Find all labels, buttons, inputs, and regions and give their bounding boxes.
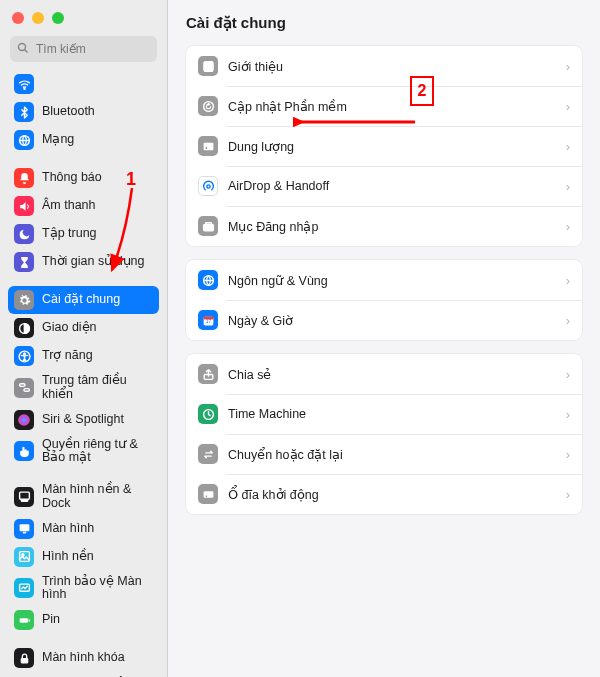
sidebar-item-label: Hình nền <box>42 550 153 564</box>
close-window-button[interactable] <box>12 12 24 24</box>
sidebar-item-bluetooth[interactable]: Bluetooth <box>8 98 159 126</box>
svg-point-36 <box>205 495 206 496</box>
sidebar-item-label: Thông báo <box>42 171 153 185</box>
settings-row-gi-i-thi-u[interactable]: Giới thiệu› <box>186 46 582 86</box>
sidebar-item-item-0[interactable] <box>8 70 159 98</box>
settings-row-label: Chia sẻ <box>228 367 556 382</box>
settings-row-label: AirDrop & Handoff <box>228 179 556 193</box>
sidebar-item-label: Trung tâm điều khiển <box>42 374 153 402</box>
search-input[interactable] <box>10 36 157 62</box>
switches-icon <box>14 378 34 398</box>
sidebar-item-label: Mạng <box>42 133 153 147</box>
moon-icon <box>14 224 34 244</box>
startup-icon <box>198 484 218 504</box>
settings-group-2: Chia sẻ›Time Machine›Chuyển hoặc đặt lại… <box>186 354 582 514</box>
settings-row-label: Cập nhật Phần mềm <box>228 99 556 114</box>
chevron-right-icon: › <box>566 487 570 502</box>
svg-rect-19 <box>20 657 28 662</box>
settings-row-ng-n-ng-v-ng[interactable]: Ngôn ngữ & Vùng› <box>186 260 582 300</box>
svg-rect-10 <box>19 492 29 499</box>
chevron-right-icon: › <box>566 99 570 114</box>
settings-row-airdrop-handoff[interactable]: AirDrop & Handoff› <box>186 166 582 206</box>
chevron-right-icon: › <box>566 447 570 462</box>
sidebar-item-th-ng-b-o[interactable]: Thông báo <box>8 164 159 192</box>
sidebar-item--m-thanh[interactable]: Âm thanh <box>8 192 159 220</box>
fullscreen-window-button[interactable] <box>52 12 64 24</box>
sidebar-item-giao-di-n[interactable]: Giao diện <box>8 314 159 342</box>
sidebar-item-label: Cài đặt chung <box>42 293 153 307</box>
settings-row-c-p-nh-t-ph-n-m-m[interactable]: Cập nhật Phần mềm› <box>186 86 582 126</box>
sidebar-item-th-i-gian-s-d-ng[interactable]: Thời gian sử dụng <box>8 248 159 276</box>
sidebar-item-label: Quyền riêng tư & Bảo mật <box>42 438 153 466</box>
sidebar-item-quy-n-ri-ng-t-b-o-m-t[interactable]: Quyền riêng tư & Bảo mật <box>8 434 159 470</box>
hourglass-icon <box>14 252 34 272</box>
sidebar-item-m-n-h-nh-kh-a[interactable]: Màn hình khóa <box>8 644 159 672</box>
main-pane: Cài đặt chung Giới thiệu›Cập nhật Phần m… <box>168 0 600 677</box>
chevron-right-icon: › <box>566 367 570 382</box>
svg-text:17: 17 <box>205 319 211 324</box>
svg-point-0 <box>19 44 26 51</box>
sidebar-item-m-n-h-nh-n-n-dock[interactable]: Màn hình nền & Dock <box>8 479 159 515</box>
svg-rect-12 <box>19 524 29 531</box>
svg-point-27 <box>206 184 209 187</box>
battery-icon <box>14 610 34 630</box>
settings-row-time-machine[interactable]: Time Machine› <box>186 394 582 434</box>
bluetooth-icon <box>14 102 34 122</box>
svg-rect-7 <box>19 384 24 387</box>
sidebar-item-m-ng[interactable]: Mạng <box>8 126 159 154</box>
settings-row-chuy-n-ho-c-t-l-i[interactable]: Chuyển hoặc đặt lại› <box>186 434 582 474</box>
svg-point-9 <box>18 414 30 426</box>
settings-row-label: Time Machine <box>228 407 556 421</box>
sidebar-item-label: Pin <box>42 613 153 627</box>
settings-row-label: Ngôn ngữ & Vùng <box>228 273 556 288</box>
settings-row-chia-s-[interactable]: Chia sẻ› <box>186 354 582 394</box>
sidebar-item-c-i-t-chung[interactable]: Cài đặt chung <box>8 286 159 314</box>
settings-row-label: Chuyển hoặc đặt lại <box>228 447 556 462</box>
timemachine-icon <box>198 404 218 424</box>
sidebar-item-label: Màn hình <box>42 522 153 536</box>
sidebar-item-trung-t-m-i-u-khi-n[interactable]: Trung tâm điều khiển <box>8 370 159 406</box>
sidebar-item-label: Trợ năng <box>42 349 153 363</box>
settings-row--a-kh-i-ng[interactable]: Ổ đĩa khởi động› <box>186 474 582 514</box>
lock-icon <box>14 648 34 668</box>
sidebar-item-siri-spotlight[interactable]: Siri & Spotlight <box>8 406 159 434</box>
sidebar-item-label: Tập trung <box>42 227 153 241</box>
sidebar-item-t-p-trung[interactable]: Tập trung <box>8 220 159 248</box>
chevron-right-icon: › <box>566 219 570 234</box>
settings-group-0: Giới thiệu›Cập nhật Phần mềm›Dung lượng›… <box>186 46 582 246</box>
svg-rect-17 <box>19 618 28 622</box>
chevron-right-icon: › <box>566 179 570 194</box>
svg-rect-25 <box>203 142 213 150</box>
settings-row-dung-l-ng[interactable]: Dung lượng› <box>186 126 582 166</box>
chevron-right-icon: › <box>566 313 570 328</box>
minimize-window-button[interactable] <box>32 12 44 24</box>
update-icon <box>198 96 218 116</box>
sidebar-item-label: Giao diện <box>42 321 153 335</box>
svg-rect-23 <box>204 61 213 71</box>
sidebar-item-tr-n-ng[interactable]: Trợ năng <box>8 342 159 370</box>
svg-point-26 <box>205 147 207 149</box>
airdrop-icon <box>198 176 218 196</box>
sidebar-item-tr-nh-b-o-v-m-n-h-nh[interactable]: Trình bảo vệ Màn hình <box>8 571 159 607</box>
svg-point-15 <box>21 554 23 556</box>
login-items-icon <box>198 216 218 236</box>
svg-rect-35 <box>203 491 213 498</box>
sidebar: BluetoothMạngThông báoÂm thanhTập trungT… <box>0 0 168 677</box>
settings-row-ng-y-gi-[interactable]: 17Ngày & Giờ› <box>186 300 582 340</box>
svg-rect-11 <box>21 500 28 502</box>
sidebar-item-pin[interactable]: Pin <box>8 606 159 634</box>
svg-rect-28 <box>203 224 213 231</box>
sidebar-item-h-nh-n-n[interactable]: Hình nền <box>8 543 159 571</box>
sidebar-list: BluetoothMạngThông báoÂm thanhTập trungT… <box>0 70 167 677</box>
transfer-icon <box>198 444 218 464</box>
appearance-icon <box>14 318 34 338</box>
screensaver-icon <box>14 578 34 598</box>
bell-icon <box>14 168 34 188</box>
globe-icon <box>198 270 218 290</box>
chevron-right-icon: › <box>566 407 570 422</box>
svg-point-6 <box>23 352 25 354</box>
svg-line-1 <box>25 50 28 53</box>
sidebar-item-m-n-h-nh[interactable]: Màn hình <box>8 515 159 543</box>
sidebar-item-touch-id-m-t-kh-u[interactable]: Touch ID & Mật khẩu <box>8 672 159 677</box>
settings-row-m-c-ng-nh-p[interactable]: Mục Đăng nhập› <box>186 206 582 246</box>
